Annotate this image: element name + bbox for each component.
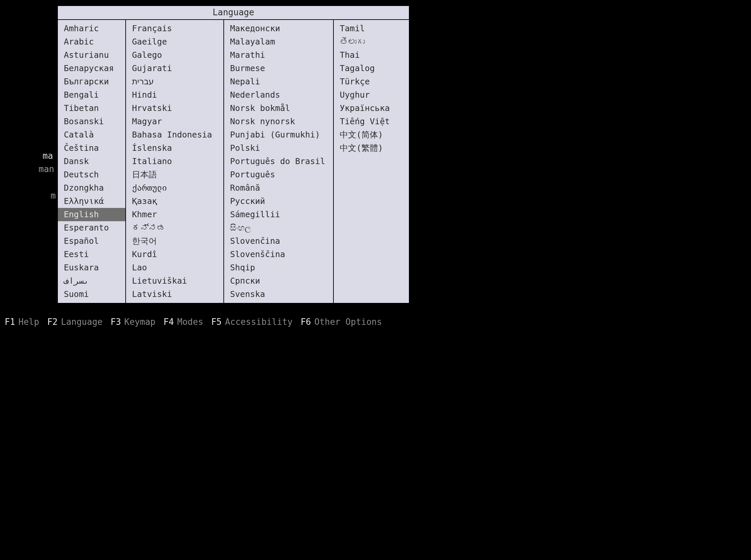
language-option[interactable]: Deutsch — [58, 168, 125, 181]
language-option[interactable]: Lao — [126, 261, 224, 274]
language-option[interactable]: Беларуская — [58, 62, 125, 75]
fkey-label: Help — [18, 317, 39, 327]
language-columns: AmharicArabicAsturianuБеларускаяБългарск… — [58, 20, 409, 303]
fkey-key: F2 — [47, 317, 58, 327]
language-option[interactable]: Hindi — [126, 88, 224, 102]
background-text-fragment: m — [51, 191, 56, 201]
language-option[interactable]: Asturianu — [58, 48, 125, 62]
language-option[interactable]: Русский — [224, 195, 333, 208]
language-option[interactable]: ىسراف — [58, 274, 125, 288]
language-option[interactable]: Euskara — [58, 261, 125, 274]
language-option[interactable]: Galego — [126, 48, 224, 62]
language-option[interactable]: Magyar — [126, 115, 224, 128]
language-option[interactable]: Eesti — [58, 248, 125, 261]
language-option[interactable]: Македонски — [224, 22, 333, 35]
language-option[interactable]: Esperanto — [58, 221, 125, 235]
language-option[interactable]: Kurdî — [126, 248, 224, 261]
fkey-label: Keymap — [124, 317, 156, 327]
dialog-title: Language — [58, 6, 409, 20]
fkey-key: F3 — [110, 317, 121, 327]
language-option[interactable]: Svenska — [224, 288, 333, 301]
language-option[interactable]: 日本語 — [126, 168, 224, 181]
language-option[interactable]: 한국어 — [126, 235, 224, 248]
language-option[interactable]: Slovenščina — [224, 248, 333, 261]
fkey-f3[interactable]: F3Keymap — [110, 317, 155, 327]
language-option[interactable]: Bahasa Indonesia — [126, 128, 224, 141]
fkey-key: F1 — [5, 317, 15, 327]
language-option[interactable]: Українська — [334, 102, 409, 115]
language-option[interactable]: Српски — [224, 274, 333, 288]
fkey-label: Modes — [177, 317, 203, 327]
language-option[interactable]: Français — [126, 22, 224, 35]
language-option[interactable]: Gaeilge — [126, 35, 224, 48]
language-option[interactable]: עברית — [126, 75, 224, 88]
language-option[interactable]: Română — [224, 181, 333, 195]
language-option[interactable]: Malayalam — [224, 35, 333, 48]
language-option[interactable]: Gujarati — [126, 62, 224, 75]
language-column: МакедонскиMalayalamMarathiBurmeseNepaliN… — [224, 20, 334, 303]
language-option[interactable]: 中文(繁體) — [334, 141, 409, 155]
language-option[interactable]: Uyghur — [334, 88, 409, 102]
language-column: AmharicArabicAsturianuБеларускаяБългарск… — [58, 20, 126, 303]
language-option[interactable]: Čeština — [58, 141, 125, 155]
language-option[interactable]: Thai — [334, 48, 409, 62]
language-option[interactable]: ქართული — [126, 181, 224, 195]
language-option[interactable]: Български — [58, 75, 125, 88]
language-option[interactable]: Tiếng Việt — [334, 115, 409, 128]
language-option[interactable]: English — [58, 208, 125, 221]
function-key-bar: F1HelpF2LanguageF3KeymapF4ModesF5Accessi… — [5, 317, 382, 327]
fkey-f2[interactable]: F2Language — [47, 317, 103, 327]
language-option[interactable]: Slovenčina — [224, 235, 333, 248]
language-option[interactable]: Burmese — [224, 62, 333, 75]
background-text-fragment: ma — [42, 151, 53, 161]
language-column: FrançaisGaeilgeGalegoGujaratiעבריתHindiH… — [126, 20, 224, 303]
fkey-label: Language — [61, 317, 102, 327]
language-option[interactable]: Nederlands — [224, 88, 333, 102]
fkey-label: Accessibility — [225, 317, 293, 327]
language-option[interactable]: Dansk — [58, 155, 125, 168]
language-option[interactable]: Lietuviškai — [126, 274, 224, 288]
language-option[interactable]: Tagalog — [334, 62, 409, 75]
language-option[interactable]: Khmer — [126, 208, 224, 221]
language-option[interactable]: Tamil — [334, 22, 409, 35]
language-option[interactable]: Қазақ — [126, 195, 224, 208]
language-option[interactable]: ಕನ್ನಡ — [126, 221, 224, 235]
language-option[interactable]: Polski — [224, 141, 333, 155]
language-option[interactable]: Bosanski — [58, 115, 125, 128]
language-option[interactable]: Shqip — [224, 261, 333, 274]
language-option[interactable]: Türkçe — [334, 75, 409, 88]
fkey-f6[interactable]: F6Other Options — [301, 317, 382, 327]
language-option[interactable]: Latviski — [126, 288, 224, 301]
language-option[interactable]: Íslenska — [126, 141, 224, 155]
language-option[interactable]: Português do Brasil — [224, 155, 333, 168]
language-option[interactable]: Norsk bokmål — [224, 102, 333, 115]
language-option[interactable]: Tibetan — [58, 102, 125, 115]
language-option[interactable]: Ελληνικά — [58, 195, 125, 208]
language-option[interactable]: Dzongkha — [58, 181, 125, 195]
boot-screen: mamanmD STORAGEGB STORAGETORAGE STORAGET… — [0, 0, 443, 331]
language-option[interactable]: Català — [58, 128, 125, 141]
language-option[interactable]: Nepali — [224, 75, 333, 88]
fkey-f4[interactable]: F4Modes — [163, 317, 204, 327]
language-option[interactable]: Arabic — [58, 35, 125, 48]
language-option[interactable]: Bengali — [58, 88, 125, 102]
language-option[interactable]: Suomi — [58, 288, 125, 301]
language-option[interactable]: Amharic — [58, 22, 125, 35]
fkey-f1[interactable]: F1Help — [5, 317, 39, 327]
fkey-label: Other Options — [314, 317, 382, 327]
language-option[interactable]: 中文(简体) — [334, 128, 409, 141]
language-option[interactable]: Hrvatski — [126, 102, 224, 115]
language-option[interactable]: Italiano — [126, 155, 224, 168]
language-option[interactable]: Sámegillii — [224, 208, 333, 221]
fkey-f5[interactable]: F5Accessibility — [211, 317, 292, 327]
language-column: TamilతెలుగుThaiTagalogTürkçeUyghurУкраїн… — [334, 20, 409, 303]
language-option[interactable]: Punjabi (Gurmukhi) — [224, 128, 333, 141]
language-option[interactable]: Marathi — [224, 48, 333, 62]
language-option[interactable]: Norsk nynorsk — [224, 115, 333, 128]
language-option[interactable]: Português — [224, 168, 333, 181]
language-dialog: Language AmharicArabicAsturianuБеларуска… — [57, 5, 409, 304]
language-option[interactable]: Español — [58, 235, 125, 248]
language-option[interactable]: తెలుగు — [334, 35, 409, 48]
fkey-key: F5 — [211, 317, 222, 327]
language-option[interactable]: සිංහල — [224, 221, 333, 235]
